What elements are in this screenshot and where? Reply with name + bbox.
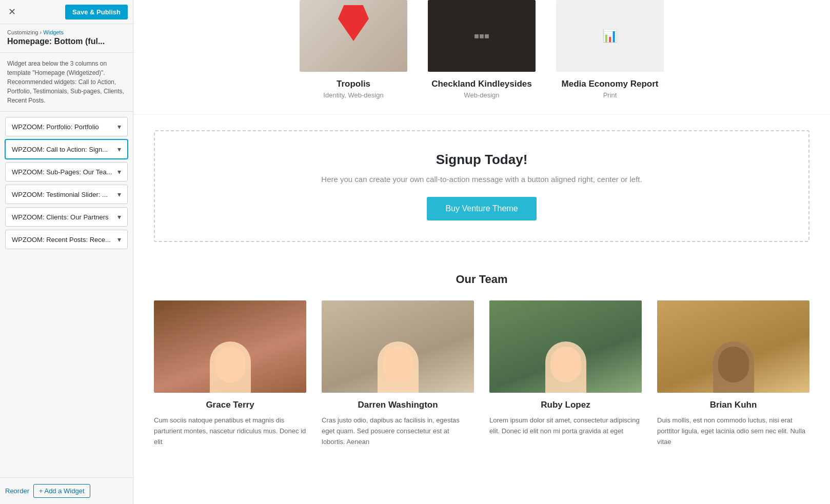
save-publish-button[interactable]: Save & Publish — [65, 5, 128, 19]
chevron-down-icon: ▾ — [117, 145, 121, 153]
breadcrumb: Customizing › Widgets — [7, 29, 126, 35]
team-grid: Grace Terry Cum sociis natoque penatibus… — [154, 300, 809, 447]
member-name: Grace Terry — [154, 400, 306, 410]
cta-title: Signup Today! — [165, 152, 798, 168]
widget-label: WPZOOM: Testimonial Slider: ... — [12, 191, 108, 198]
face-shape — [713, 341, 754, 393]
widget-item-clients[interactable]: WPZOOM: Clients: Our Partners ▾ — [5, 207, 128, 227]
widget-item-cta[interactable]: WPZOOM: Call to Action: Sign... ▾ — [5, 139, 128, 159]
member-bio: Lorem ipsum dolor sit amet, consectetur … — [489, 415, 642, 437]
portfolio-category: Print — [556, 91, 664, 99]
reorder-button[interactable]: Reorder — [5, 487, 29, 495]
left-panel: ✕ Save & Publish Customizing › Widgets H… — [0, 0, 133, 504]
cta-section: Signup Today! Here you can create your o… — [154, 130, 809, 242]
team-member-ruby: Ruby Lopez Lorem ipsum dolor sit amet, c… — [489, 300, 642, 447]
chevron-down-icon: ▾ — [117, 190, 121, 198]
member-photo-grace — [154, 300, 306, 393]
widget-item-recentposts[interactable]: WPZOOM: Recent Posts: Rece... ▾ — [5, 230, 128, 249]
portfolio-name: Media Economy Report — [556, 79, 664, 89]
member-name: Brian Kuhn — [657, 400, 809, 410]
chevron-down-icon: ▾ — [117, 168, 121, 176]
main-content: Tropolis Identity, Web-design ◼◼◼ Checkl… — [133, 0, 830, 504]
close-button[interactable]: ✕ — [5, 4, 19, 19]
breadcrumb-section-link[interactable]: Widgets — [43, 29, 64, 35]
chevron-down-icon: ▾ — [117, 213, 121, 221]
member-photo-darren — [322, 300, 474, 393]
portfolio-item-media: 📊 Media Economy Report Print — [556, 0, 664, 99]
widget-label: WPZOOM: Sub-Pages: Our Tea... — [12, 168, 112, 176]
widget-label: WPZOOM: Portfolio: Portfolio — [12, 123, 99, 131]
portfolio-category: Identity, Web-design — [300, 91, 407, 99]
team-member-grace: Grace Terry Cum sociis natoque penatibus… — [154, 300, 306, 447]
face-shape — [378, 341, 419, 393]
member-photo-brian — [657, 300, 809, 393]
member-bio: Cras justo odio, dapibus ac facilisis in… — [322, 415, 474, 447]
panel-description: Widget area below the 3 columns on templ… — [0, 53, 133, 112]
chevron-down-icon: ▾ — [117, 123, 121, 131]
team-member-brian: Brian Kuhn Duis mollis, est non commodo … — [657, 300, 809, 447]
team-section-title: Our Team — [154, 273, 809, 286]
breadcrumb-separator: › — [40, 29, 42, 35]
cta-button[interactable]: Buy Venture Theme — [427, 197, 536, 220]
face-shape — [545, 341, 586, 393]
member-photo-ruby — [489, 300, 642, 393]
team-section: Our Team Grace Terry Cum sociis natoque … — [133, 257, 830, 462]
face-shape — [210, 341, 251, 393]
breadcrumb-parent: Customizing — [7, 29, 38, 35]
breadcrumb-section: Customizing › Widgets Homepage: Bottom (… — [0, 24, 133, 53]
add-widget-button[interactable]: + Add a Widget — [33, 484, 90, 498]
widget-label: WPZOOM: Clients: Our Partners — [12, 213, 109, 221]
widgets-list: WPZOOM: Portfolio: Portfolio ▾ WPZOOM: C… — [0, 112, 133, 477]
member-bio: Cum sociis natoque penatibus et magnis d… — [154, 415, 306, 447]
portfolio-section: Tropolis Identity, Web-design ◼◼◼ Checkl… — [133, 0, 830, 115]
team-member-darren: Darren Washington Cras justo odio, dapib… — [322, 300, 474, 447]
cta-description: Here you can create your own call-to-act… — [165, 175, 798, 184]
top-bar: ✕ Save & Publish — [0, 0, 133, 24]
portfolio-name: Tropolis — [300, 79, 407, 89]
member-name: Ruby Lopez — [489, 400, 642, 410]
widget-label: WPZOOM: Call to Action: Sign... — [12, 146, 108, 153]
chevron-down-icon: ▾ — [117, 235, 121, 244]
member-bio: Duis mollis, est non commodo luctus, nis… — [657, 415, 809, 447]
member-name: Darren Washington — [322, 400, 474, 410]
widget-item-portfolio[interactable]: WPZOOM: Portfolio: Portfolio ▾ — [5, 117, 128, 136]
widget-item-subpages[interactable]: WPZOOM: Sub-Pages: Our Tea... ▾ — [5, 162, 128, 182]
portfolio-name: Checkland Kindleysides — [428, 79, 536, 89]
portfolio-category: Web-design — [428, 91, 536, 99]
panel-title: Homepage: Bottom (ful... — [7, 37, 126, 46]
portfolio-item-checkland: ◼◼◼ Checkland Kindleysides Web-design — [428, 0, 536, 99]
widget-item-testimonial[interactable]: WPZOOM: Testimonial Slider: ... ▾ — [5, 185, 128, 204]
widget-label: WPZOOM: Recent Posts: Rece... — [12, 236, 111, 244]
portfolio-item-tropolis: Tropolis Identity, Web-design — [300, 0, 407, 99]
bottom-actions: Reorder + Add a Widget — [0, 477, 133, 504]
